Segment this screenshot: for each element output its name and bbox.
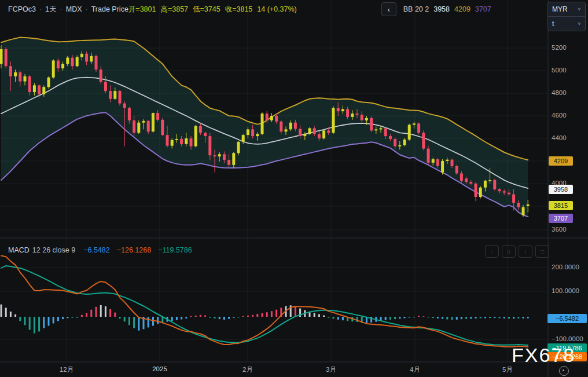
macd-pane-toolbar: ↑▯↕□ xyxy=(485,245,549,258)
price-axis-tick: 5000 xyxy=(552,67,567,74)
candle xyxy=(303,134,306,136)
candle xyxy=(71,58,74,67)
candle xyxy=(95,56,98,69)
candle xyxy=(337,108,340,111)
candle xyxy=(484,181,487,188)
candle xyxy=(152,113,155,131)
price-axis-tick: 5200 xyxy=(552,44,567,51)
candle xyxy=(361,115,363,120)
candle xyxy=(308,128,311,134)
candle xyxy=(380,128,383,129)
candle xyxy=(503,191,506,192)
delete-pane-icon[interactable]: ▯ xyxy=(502,245,516,258)
time-axis-label: 2月 xyxy=(242,365,253,374)
candle xyxy=(47,78,50,87)
candle xyxy=(266,114,269,120)
candle xyxy=(128,108,131,120)
macd-axis-tick: −100.0000 xyxy=(552,335,583,342)
unit-value: t xyxy=(552,20,554,28)
candle xyxy=(9,66,12,76)
series-type-label: Trade Price xyxy=(91,5,128,13)
candle xyxy=(460,173,463,181)
candle xyxy=(394,139,396,147)
candle xyxy=(341,109,344,111)
candle xyxy=(104,82,107,91)
candle xyxy=(256,134,259,136)
candle xyxy=(208,136,211,155)
candle xyxy=(133,120,135,133)
candle xyxy=(469,182,472,184)
price-axis-tick: 4400 xyxy=(552,134,567,141)
watermark: FX678 xyxy=(512,344,575,367)
candle xyxy=(166,135,169,146)
candle xyxy=(227,160,230,165)
low-value: 低=3745 xyxy=(193,5,220,14)
candle xyxy=(109,91,112,99)
price-axis-chip: 3958 xyxy=(549,185,573,194)
candle xyxy=(171,140,174,146)
candle xyxy=(403,140,406,145)
legend-separator: · xyxy=(39,5,42,13)
candle xyxy=(237,142,240,153)
candle xyxy=(223,154,226,160)
candle xyxy=(123,104,126,108)
legend-separator: · xyxy=(86,5,88,13)
price-axis-chip: 4209 xyxy=(549,156,573,166)
back-button[interactable]: ‹ xyxy=(381,2,396,16)
bb-indicator-legend[interactable]: BB 20 2 3958 4209 3707 xyxy=(403,5,491,13)
candle xyxy=(479,188,482,197)
macd-line-value: −126.1268 xyxy=(117,246,151,254)
interval-label[interactable]: 1天 xyxy=(45,5,56,14)
chevron-down-icon: ∨ xyxy=(577,21,581,26)
candle xyxy=(185,138,188,144)
candle xyxy=(356,114,359,115)
candle xyxy=(327,130,330,133)
candle xyxy=(427,149,430,163)
candle xyxy=(318,134,321,138)
candle xyxy=(261,114,264,134)
candle xyxy=(498,189,501,192)
candle xyxy=(465,178,468,182)
unit-dropdown[interactable]: t ∨ xyxy=(548,16,585,31)
candle xyxy=(142,121,145,123)
candle xyxy=(289,123,292,130)
candle xyxy=(42,87,45,94)
candle xyxy=(313,128,316,134)
symbol-name[interactable]: FCPOc3 xyxy=(8,5,36,13)
move-pane-up-icon[interactable]: ↑ xyxy=(485,245,499,258)
settings-gear-icon[interactable] xyxy=(559,366,569,376)
macd-indicator-legend[interactable]: MACD 12 26 close 9 −6.5482 −126.1268 −11… xyxy=(8,246,192,254)
bb-upper-value: 4209 xyxy=(454,5,471,13)
maximize-pane-icon[interactable]: □ xyxy=(535,245,549,258)
candle xyxy=(475,184,477,197)
candle xyxy=(100,69,102,82)
candle xyxy=(389,136,392,139)
candle xyxy=(0,49,3,64)
candle xyxy=(332,108,335,133)
close-value: 收=3815 xyxy=(225,5,253,14)
chart-canvas[interactable] xyxy=(0,0,588,377)
time-axis-label: 12月 xyxy=(60,365,74,374)
candle xyxy=(451,160,454,166)
candle xyxy=(156,113,159,120)
candle xyxy=(80,54,83,57)
candle xyxy=(199,126,202,133)
time-axis[interactable] xyxy=(0,362,588,377)
chart-legend-toolbar[interactable]: FCPOc3 · 1天 · MDX · Trade Price 开=3801 高… xyxy=(0,0,556,19)
candle xyxy=(90,56,93,62)
candle xyxy=(512,195,515,203)
candle xyxy=(119,91,122,103)
candle xyxy=(275,116,278,122)
candle xyxy=(251,129,254,136)
price-axis-chip: 3815 xyxy=(549,201,573,210)
axis-settings-panel: MYR ∨ t ∨ xyxy=(547,2,586,31)
candle xyxy=(52,60,55,77)
candle xyxy=(214,155,216,156)
collapse-pane-icon[interactable]: ↕ xyxy=(519,245,532,258)
candle xyxy=(180,139,183,144)
candle xyxy=(232,153,235,164)
candle xyxy=(517,203,520,207)
candle xyxy=(346,109,349,117)
currency-dropdown[interactable]: MYR ∨ xyxy=(548,2,585,16)
chevron-left-icon: ‹ xyxy=(388,5,390,14)
